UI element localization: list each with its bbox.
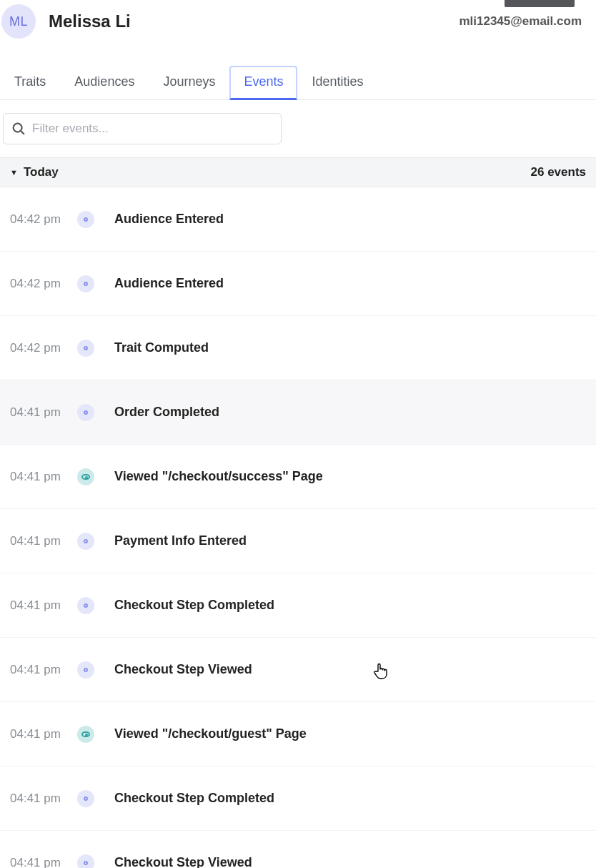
day-event-count: 26 events (531, 165, 587, 179)
filter-area (0, 100, 596, 157)
event-time: 04:41 pm (10, 663, 77, 677)
tab-identities[interactable]: Identities (297, 66, 377, 99)
day-header[interactable]: ▼ Today 26 events (0, 157, 596, 187)
page-view-icon (77, 726, 94, 743)
event-name: Trait Computed (114, 340, 209, 355)
day-label: Today (24, 165, 59, 179)
event-name: Checkout Step Viewed (114, 662, 252, 677)
event-row[interactable]: 04:41 pmOrder Completed (0, 380, 596, 445)
event-dot-icon (77, 790, 94, 807)
event-dot-icon (77, 597, 94, 614)
event-dot-icon (77, 211, 94, 228)
events-list: 04:42 pmAudience Entered04:42 pmAudience… (0, 187, 596, 868)
event-time: 04:41 pm (10, 856, 77, 869)
event-time: 04:41 pm (10, 534, 77, 548)
event-dot-icon (77, 854, 94, 869)
event-dot-icon (77, 533, 94, 550)
event-name: Viewed "/checkout/success" Page (114, 469, 323, 484)
event-name: Checkout Step Completed (114, 791, 274, 806)
profile-email: mli12345@email.com (459, 14, 586, 29)
event-time: 04:42 pm (10, 341, 77, 355)
tab-traits[interactable]: Traits (0, 66, 60, 99)
event-time: 04:41 pm (10, 405, 77, 420)
event-time: 04:41 pm (10, 791, 77, 806)
event-dot-icon (77, 275, 94, 292)
event-name: Audience Entered (114, 276, 224, 291)
caret-down-icon: ▼ (10, 168, 18, 177)
profile-name: Melissa Li (49, 11, 131, 31)
tab-label: Identities (312, 74, 363, 89)
event-time: 04:41 pm (10, 598, 77, 613)
event-row[interactable]: 04:41 pmCheckout Step Viewed (0, 638, 596, 702)
tab-audiences[interactable]: Audiences (60, 66, 149, 99)
tab-journeys[interactable]: Journeys (149, 66, 229, 99)
svg-line-1 (21, 131, 24, 134)
tab-label: Events (244, 74, 283, 89)
event-name: Viewed "/checkout/guest" Page (114, 726, 307, 741)
filter-events-input[interactable] (32, 122, 274, 136)
event-row[interactable]: 04:42 pmAudience Entered (0, 252, 596, 316)
profile-header: ML Melissa Li mli12345@email.com (0, 0, 596, 51)
event-dot-icon (77, 661, 94, 679)
event-name: Checkout Step Completed (114, 598, 274, 613)
tab-events[interactable]: Events (229, 66, 297, 100)
event-time: 04:42 pm (10, 277, 77, 291)
event-dot-icon (77, 404, 94, 421)
event-name: Audience Entered (114, 212, 224, 227)
tab-bar: TraitsAudiencesJourneysEventsIdentities (0, 51, 596, 100)
event-time: 04:41 pm (10, 727, 77, 741)
event-name: Payment Info Entered (114, 533, 247, 548)
event-dot-icon (77, 340, 94, 357)
avatar-initials: ML (9, 14, 28, 29)
event-row[interactable]: 04:41 pmCheckout Step Completed (0, 573, 596, 638)
event-row[interactable]: 04:41 pmViewed "/checkout/guest" Page (0, 702, 596, 766)
event-name: Checkout Step Viewed (114, 855, 252, 868)
event-row[interactable]: 04:42 pmTrait Computed (0, 316, 596, 380)
event-row[interactable]: 04:41 pmPayment Info Entered (0, 509, 596, 573)
tab-label: Traits (14, 74, 46, 89)
event-row[interactable]: 04:41 pmCheckout Step Completed (0, 766, 596, 831)
event-time: 04:42 pm (10, 212, 77, 227)
page-view-icon (77, 468, 94, 485)
avatar[interactable]: ML (1, 4, 36, 39)
tab-label: Journeys (163, 74, 215, 89)
overlay-badge (505, 0, 575, 7)
search-icon (11, 121, 26, 137)
filter-events-box[interactable] (3, 113, 282, 144)
event-row[interactable]: 04:41 pmViewed "/checkout/success" Page (0, 445, 596, 509)
tab-label: Audiences (74, 74, 134, 89)
event-name: Order Completed (114, 405, 219, 420)
event-row[interactable]: 04:42 pmAudience Entered (0, 187, 596, 252)
event-row[interactable]: 04:41 pmCheckout Step Viewed (0, 831, 596, 868)
event-time: 04:41 pm (10, 470, 77, 484)
